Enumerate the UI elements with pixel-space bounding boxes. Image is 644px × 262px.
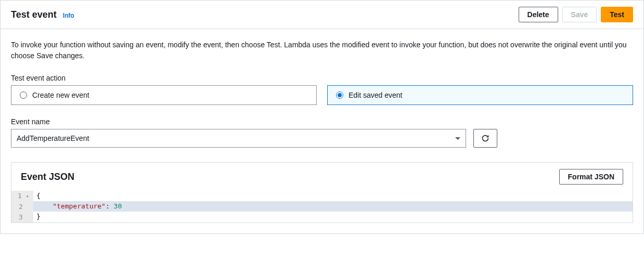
panel-header: Test event Info Delete Save Test [1, 1, 643, 29]
panel-body: To invoke your function without saving a… [1, 29, 643, 233]
info-link[interactable]: Info [63, 12, 74, 19]
test-event-panel: Test event Info Delete Save Test To invo… [0, 0, 644, 234]
format-json-button[interactable]: Format JSON [559, 169, 623, 185]
refresh-icon [481, 134, 490, 142]
radio-icon [20, 91, 27, 99]
radio-label: Edit saved event [349, 91, 403, 99]
radio-icon [336, 91, 343, 99]
code-gutter: 1 ▾ 2 3 [11, 191, 33, 222]
header-left: Test event Info [11, 9, 74, 20]
code-line: { [33, 191, 633, 201]
event-json-panel: Event JSON Format JSON 1 ▾ 2 3 { "temper… [11, 162, 633, 223]
code-content[interactable]: { "temperature": 30 } [33, 191, 633, 222]
event-name-value: AddTemperatureEvent [17, 134, 89, 142]
code-line: } [33, 212, 633, 222]
radio-group-test-event-action: Create new event Edit saved event [11, 85, 633, 105]
page-title: Test event [11, 9, 57, 20]
line-number: 3 [18, 212, 29, 222]
event-name-row: AddTemperatureEvent [11, 129, 633, 148]
fold-icon[interactable]: ▾ [22, 193, 29, 199]
event-name-label: Event name [11, 117, 633, 126]
description-text: To invoke your function without saving a… [11, 40, 633, 61]
test-event-action-label: Test event action [11, 74, 633, 82]
line-number: 2 [18, 202, 29, 212]
header-actions: Delete Save Test [519, 7, 633, 22]
event-json-title: Event JSON [21, 172, 74, 182]
save-button: Save [562, 7, 597, 22]
chevron-down-icon [455, 137, 460, 140]
delete-button[interactable]: Delete [519, 7, 558, 22]
json-code-editor[interactable]: 1 ▾ 2 3 { "temperature": 30 } [11, 191, 633, 222]
radio-label: Create new event [32, 91, 89, 99]
code-line: "temperature": 30 [33, 201, 633, 212]
refresh-button[interactable] [473, 129, 497, 148]
test-button[interactable]: Test [601, 7, 633, 22]
radio-edit-saved-event[interactable]: Edit saved event [327, 85, 633, 105]
event-name-select[interactable]: AddTemperatureEvent [11, 129, 466, 148]
line-number: 1 [18, 192, 22, 200]
radio-create-new-event[interactable]: Create new event [11, 85, 317, 105]
json-header: Event JSON Format JSON [11, 163, 633, 191]
